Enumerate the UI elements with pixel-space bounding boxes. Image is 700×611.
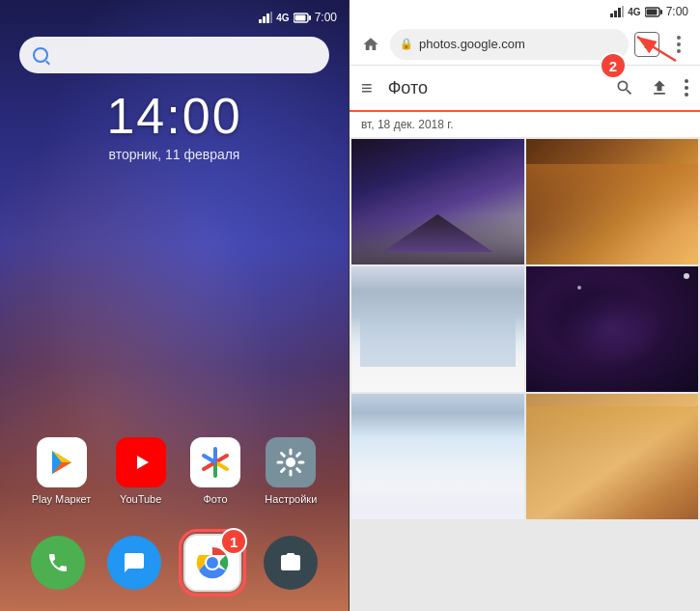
- svg-rect-20: [622, 6, 624, 17]
- photo-3[interactable]: [351, 266, 524, 392]
- photo-1[interactable]: [351, 139, 524, 264]
- svg-rect-17: [610, 14, 613, 17]
- more-dot-1: [677, 36, 681, 40]
- svg-rect-6: [294, 14, 305, 20]
- more-button[interactable]: [665, 31, 692, 58]
- photo-2[interactable]: [526, 139, 699, 264]
- youtube-icon: [116, 437, 166, 487]
- search-icon: [33, 47, 48, 63]
- home-button[interactable]: [357, 31, 384, 58]
- photos-actions: [615, 78, 688, 97]
- app-youtube[interactable]: YouTube: [116, 437, 166, 505]
- status-bar-right: 4G 7:00: [350, 0, 700, 23]
- annotation-2: 2: [600, 52, 627, 79]
- svg-rect-2: [266, 14, 269, 23]
- app-settings[interactable]: Настройки: [265, 437, 317, 505]
- url-field[interactable]: 🔒 photos.google.com: [390, 29, 629, 60]
- settings-label: Настройки: [265, 493, 317, 505]
- right-phone: 4G 7:00 🔒 photos.google.com 2 ≡ Фо: [350, 0, 700, 611]
- svg-rect-18: [614, 11, 617, 17]
- more-dot-2: [677, 42, 681, 46]
- search-action-icon[interactable]: [615, 78, 634, 97]
- signal-icon-right: [610, 6, 624, 17]
- time-display-left: 7:00: [315, 11, 337, 24]
- battery-icon-left: [294, 13, 311, 23]
- dock-messages[interactable]: [107, 536, 161, 590]
- app-foto[interactable]: Фото: [190, 437, 240, 505]
- dock: 1: [0, 534, 349, 592]
- app-row: Play Маркет YouTube: [0, 437, 349, 505]
- svg-rect-23: [646, 9, 657, 14]
- status-icons-left: 4G 7:00: [259, 11, 337, 24]
- network-type-right: 4G: [628, 7, 640, 17]
- svg-rect-22: [660, 10, 662, 14]
- svg-rect-5: [309, 15, 311, 20]
- svg-rect-0: [259, 19, 262, 23]
- photos-bar: ≡ Фото: [350, 66, 700, 112]
- clock-date: вторник, 11 февраля: [0, 147, 349, 162]
- more-action-button[interactable]: [685, 79, 688, 97]
- dock-chrome-wrapper: 1: [183, 534, 241, 592]
- network-type-left: 4G: [276, 13, 289, 23]
- signal-icon-left: [259, 12, 272, 23]
- photos-content: вт, 18 дек. 2018 г.: [350, 112, 700, 611]
- search-bar[interactable]: [19, 37, 329, 73]
- badge-1: 1: [220, 528, 247, 555]
- clock-time: 14:00: [0, 87, 349, 145]
- photos-title: Фото: [388, 78, 615, 98]
- photo-5[interactable]: [351, 394, 524, 519]
- dock-camera[interactable]: [264, 536, 318, 590]
- svg-point-16: [207, 557, 218, 569]
- foto-icon: [190, 437, 240, 487]
- url-text: photos.google.com: [419, 37, 619, 51]
- hamburger-menu[interactable]: ≡: [361, 77, 373, 99]
- photo-4[interactable]: [526, 266, 699, 392]
- settings-icon: [266, 437, 316, 487]
- photo-6[interactable]: [526, 394, 699, 519]
- svg-rect-19: [618, 8, 621, 17]
- svg-rect-1: [263, 16, 266, 23]
- battery-icon-right: [645, 7, 662, 17]
- lock-icon: 🔒: [400, 38, 413, 50]
- left-phone: 4G 7:00 14:00 вторник, 11 февраля: [0, 0, 350, 611]
- dock-phone[interactable]: [31, 536, 85, 590]
- playmarket-label: Play Маркет: [32, 493, 92, 505]
- youtube-label: YouTube: [120, 493, 161, 505]
- clock-area: 14:00 вторник, 11 февраля: [0, 87, 349, 162]
- app-playmarket[interactable]: Play Маркет: [32, 437, 92, 505]
- svg-rect-3: [270, 12, 272, 23]
- playmarket-icon: [37, 437, 87, 487]
- share-action-icon[interactable]: [650, 78, 669, 97]
- more-dot-3: [677, 49, 681, 53]
- url-bar: 🔒 photos.google.com 2: [350, 23, 700, 66]
- time-display-right: 7:00: [666, 5, 688, 18]
- photo-grid: [350, 137, 700, 521]
- tab-count[interactable]: 2: [634, 32, 659, 57]
- date-label: вт, 18 дек. 2018 г.: [350, 112, 700, 137]
- svg-point-13: [286, 458, 295, 467]
- foto-label: Фото: [203, 493, 227, 505]
- status-bar-left: 4G 7:00: [0, 8, 349, 27]
